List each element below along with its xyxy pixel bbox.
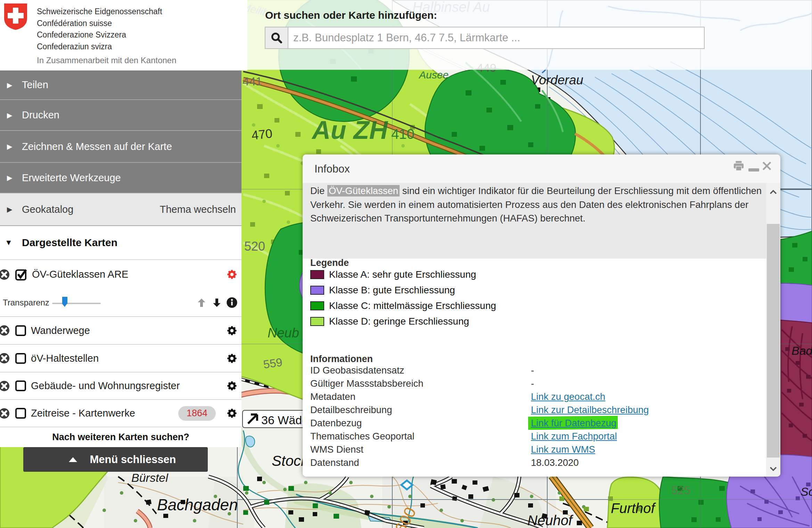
svg-text:Sch: Sch bbox=[801, 485, 812, 498]
svg-text:Bürstel: Bürstel bbox=[131, 471, 169, 484]
svg-text:410: 410 bbox=[391, 126, 415, 142]
svg-text:Vorderau: Vorderau bbox=[531, 73, 583, 87]
svg-text:36 Wäde: 36 Wäde bbox=[261, 413, 309, 427]
svg-text:Au ZH: Au ZH bbox=[311, 116, 388, 144]
svg-text:Neub: Neub bbox=[268, 326, 299, 340]
svg-text:Bad: Bad bbox=[792, 344, 812, 357]
svg-text:Neuhof: Neuhof bbox=[527, 513, 574, 528]
svg-text:559: 559 bbox=[262, 355, 283, 371]
svg-text:Furthof: Furthof bbox=[611, 501, 656, 516]
svg-text:441: 441 bbox=[243, 75, 262, 88]
svg-text:Ausee: Ausee bbox=[418, 69, 449, 81]
svg-text:Bachgaden: Bachgaden bbox=[157, 496, 238, 514]
svg-text:525: 525 bbox=[671, 484, 690, 497]
svg-text:520: 520 bbox=[244, 239, 265, 253]
svg-text:470: 470 bbox=[251, 126, 273, 142]
